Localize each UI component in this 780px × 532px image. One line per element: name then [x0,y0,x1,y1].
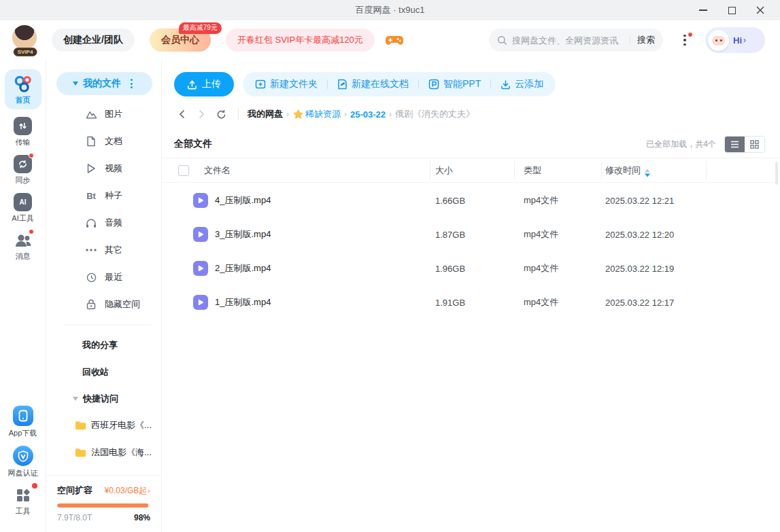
file-modified-time: 2025.03.22 12:20 [605,230,674,240]
video-file-icon [193,295,208,310]
assistant-avatar-icon [708,30,729,51]
sidebar-item-recycle-bin[interactable]: 回收站 [46,359,161,386]
close-button[interactable] [746,0,775,20]
gamepad-icon[interactable] [386,33,403,47]
file-type: mp4文件 [524,262,558,274]
rail-item-home[interactable]: 首页 [5,69,41,109]
cloud-add-button[interactable]: 云添加 [501,78,543,90]
sidebar-item-documents[interactable]: 文档 [46,128,161,155]
sidebar-item-label: 音频 [105,217,122,229]
select-all-checkbox[interactable] [178,165,189,176]
new-online-doc-button[interactable]: 新建在线文档 [337,78,409,90]
chevron-right-icon[interactable]: › [148,486,150,495]
sidebar-item-torrents[interactable]: Bt 种子 [46,182,161,209]
rail-item-sync[interactable]: 同步 [5,155,41,185]
file-name[interactable]: 1_压制版.mp4 [215,296,271,308]
sidebar-item-my-shares[interactable]: 我的分享 [46,332,161,359]
column-header-size[interactable]: 大小 [435,164,453,177]
refresh-button[interactable] [213,106,229,122]
forward-button[interactable] [193,106,209,122]
headphones-icon [85,218,97,228]
rail-item-label: 工具 [16,506,31,516]
file-name[interactable]: 4_压制版.mp4 [215,194,271,207]
rail-item-tools[interactable]: 工具 [5,486,41,516]
file-name[interactable]: 3_压制版.mp4 [215,228,271,241]
more-menu-button[interactable] [678,29,692,52]
scrollbar[interactable] [775,162,778,185]
nav-divider [238,109,239,120]
sidebar-item-recent[interactable]: 最近 [46,264,161,291]
sidebar-item-label: 视频 [105,162,122,175]
sidebar: 我的文件 图片 文档 视频 Bt 种子 音频 其它 [46,60,162,532]
column-resize-handle[interactable] [706,161,707,179]
sidebar-folder-french-movie[interactable]: 法国电影《海... [46,439,161,466]
file-type: mp4文件 [524,296,558,308]
sidebar-item-others[interactable]: 其它 [46,236,161,264]
verification-icon [13,446,33,466]
breadcrumb-date-folder[interactable]: 25-03-22 [350,109,386,120]
smart-ppt-button[interactable]: 智能PPT [428,78,481,90]
rail-item-transfer[interactable]: 传输 [5,117,41,147]
sort-icon[interactable] [645,169,650,177]
sidebar-divider [64,325,152,325]
sidebar-section-quick-access[interactable]: 快捷访问 [46,386,161,412]
column-resize-handle[interactable] [514,161,515,179]
sidebar-item-audio[interactable]: 音频 [46,209,161,236]
column-resize-handle[interactable] [430,161,430,179]
table-row[interactable]: 3_压制版.mp4 1.87GB mp4文件 2025.03.22 12:20 [162,217,780,251]
assistant-label: Hi [733,35,742,46]
list-header: 全部文件 已全部加载，共4个 [174,130,765,158]
file-name[interactable]: 2_压制版.mp4 [215,262,271,274]
rail-item-verification[interactable]: 网盘认证 [5,446,41,478]
search-input[interactable] [512,35,627,46]
table-row[interactable]: 1_压制版.mp4 1.91GB mp4文件 2025.03.22 12:17 [162,285,780,319]
table-row[interactable]: 4_压制版.mp4 1.66GB mp4文件 2025.03.22 12:21 [162,183,780,217]
storage-progress-fill [57,503,148,508]
create-team-button[interactable]: 创建企业/团队 [52,29,135,52]
sidebar-item-hidden-space[interactable]: 隐藏空间 [46,291,161,318]
sidebar-item-label: 种子 [105,190,122,202]
my-files-more-icon[interactable] [131,79,133,88]
quick-access-label: 快捷访问 [83,393,118,405]
upload-button[interactable]: 上传 [174,72,234,96]
new-folder-button[interactable]: 新建文件夹 [255,78,318,90]
sidebar-folder-spanish-movie[interactable]: 西班牙电影《... [46,412,161,439]
rail-item-app-download[interactable]: App下载 [5,406,41,438]
promo-banner[interactable]: 开春红包 SVIP年卡最高减120元 [226,29,375,52]
rail-item-ai-tools[interactable]: AI AI工具 [5,193,41,224]
sync-badge-dot [29,153,34,158]
sync-icon [14,155,32,173]
sidebar-item-videos[interactable]: 视频 [46,155,161,182]
storage-price-link[interactable]: ¥0.03/GB起 [105,485,148,497]
table-row[interactable]: 2_压制版.mp4 1.96GB mp4文件 2025.03.22 12:19 [162,251,780,285]
image-icon [85,109,97,120]
file-size: 1.91GB [435,298,465,308]
list-view-button[interactable] [725,137,745,152]
back-button[interactable] [173,106,190,122]
close-icon [756,6,764,14]
assistant-button[interactable]: Hi › [705,27,765,53]
column-header-modified[interactable]: 修改时间 [605,164,650,177]
file-size: 1.96GB [435,264,465,274]
column-header-type[interactable]: 类型 [524,164,541,177]
sidebar-item-images[interactable]: 图片 [46,101,161,128]
breadcrumb-rare-resources[interactable]: 稀缺资源 [305,108,341,120]
sidebar-item-my-files[interactable]: 我的文件 [56,72,152,95]
vip-center-button[interactable]: 会员中心 最高减79元 [150,29,211,52]
chevron-down-icon [73,82,78,86]
search-icon [497,35,507,46]
breadcrumb-my-netdisk[interactable]: 我的网盘 [248,108,283,120]
column-header-filename[interactable]: 文件名 [204,164,231,177]
minimize-button[interactable] [689,0,717,20]
file-modified-time: 2025.03.22 12:17 [605,298,674,308]
column-resize-handle[interactable] [601,161,602,179]
chevron-right-icon: › [344,109,347,119]
user-avatar[interactable]: SVIP4 [12,25,38,55]
rail-item-messages[interactable]: 消息 [5,231,41,262]
grid-view-button[interactable] [745,137,764,152]
search-button[interactable]: 搜索 [637,34,655,46]
maximize-button[interactable] [717,0,746,20]
file-size: 1.87GB [435,230,465,240]
rail-item-label: 同步 [16,175,31,185]
new-folder-icon [255,79,266,90]
